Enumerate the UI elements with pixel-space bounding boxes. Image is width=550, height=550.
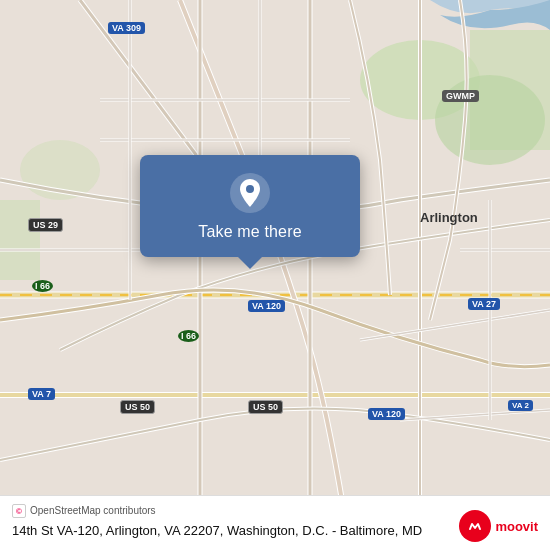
footer: © OpenStreetMap contributors 14th St VA-…	[0, 495, 550, 550]
svg-point-3	[435, 75, 545, 165]
place-label-arlington: Arlington	[420, 210, 478, 225]
shield-us50a: US 50	[120, 400, 155, 414]
moovit-text: moovit	[495, 519, 538, 534]
map-background	[0, 0, 550, 550]
shield-va120b: VA 120	[368, 408, 405, 420]
osm-logo: ©	[12, 504, 26, 518]
map-container: VA 309 US 29 I 66 VA 120 I 66 VA 7 US 50…	[0, 0, 550, 550]
shield-va309: VA 309	[108, 22, 145, 34]
svg-point-39	[466, 517, 484, 535]
shield-va120a: VA 120	[248, 300, 285, 312]
shield-us29: US 29	[28, 218, 63, 232]
shield-i66b: I 66	[178, 330, 199, 342]
shield-va7: VA 7	[28, 388, 55, 400]
svg-point-38	[246, 185, 254, 193]
location-pin-icon	[230, 173, 270, 213]
shield-va27a: VA 27	[468, 298, 500, 310]
popup-card: Take me there	[140, 155, 360, 257]
osm-text: OpenStreetMap contributors	[30, 505, 156, 516]
shield-i66a: I 66	[32, 280, 53, 292]
shield-gwmp: GWMP	[442, 90, 479, 102]
moovit-icon	[459, 510, 491, 542]
take-me-there-button[interactable]: Take me there	[198, 223, 301, 241]
shield-va27b: VA 2	[508, 400, 533, 411]
moovit-logo: moovit	[459, 510, 538, 542]
shield-us50b: US 50	[248, 400, 283, 414]
svg-rect-4	[0, 200, 40, 280]
